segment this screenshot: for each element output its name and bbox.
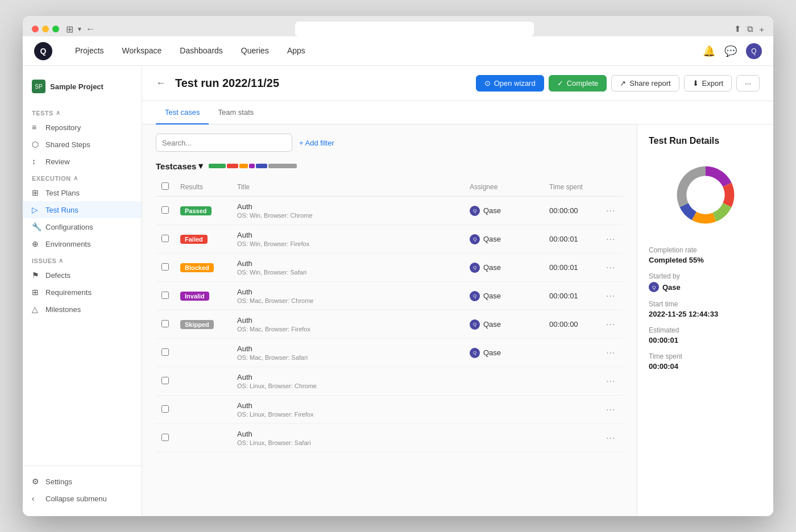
row-checkbox[interactable]	[161, 263, 169, 271]
assignee-name: Qase	[483, 206, 501, 215]
test-subtitle: OS: Linux, Browser: Firefox	[237, 411, 458, 418]
chevron-up-icon: ∧	[56, 109, 61, 117]
row-checkbox[interactable]	[161, 348, 169, 356]
test-subtitle: OS: Linux, Browser: Chrome	[237, 383, 458, 389]
row-more-button[interactable]: ···	[606, 405, 615, 414]
sidebar-item-requirements[interactable]: ⊞ Requirements	[23, 284, 142, 301]
row-more-button[interactable]: ···	[606, 376, 615, 386]
sidebar-item-defects[interactable]: ⚑ Defects	[23, 267, 142, 284]
chevron-down-icon[interactable]: ▾	[78, 25, 81, 33]
nav-item-queries[interactable]: Queries	[232, 36, 278, 66]
row-checkbox[interactable]	[161, 434, 169, 441]
sidebar-item-test-runs[interactable]: ▷ Test Runs	[23, 201, 142, 218]
minimize-button[interactable]	[42, 26, 49, 32]
row-more-button[interactable]: ···	[606, 348, 615, 358]
testcases-title[interactable]: Testcases ▾	[156, 161, 203, 171]
table-row: AuthOS: Mac, Browser: SafariQQase···	[156, 339, 623, 367]
test-title: Auth	[237, 344, 458, 353]
row-checkbox[interactable]	[161, 206, 169, 214]
more-options-button[interactable]: ···	[736, 75, 760, 92]
row-more-button[interactable]: ···	[606, 206, 615, 215]
logo[interactable]: Q	[34, 42, 52, 60]
assignee-name: Qase	[483, 292, 501, 300]
col-time-spent: Time spent	[544, 178, 600, 197]
row-more-button[interactable]: ···	[606, 433, 615, 443]
close-button[interactable]	[32, 26, 39, 32]
time-spent: 00:00:00	[544, 197, 600, 225]
sidebar-item-environments[interactable]: ⊕ Environments	[23, 235, 142, 252]
sidebar-item-configurations[interactable]: 🔧 Configurations	[23, 218, 142, 235]
row-checkbox[interactable]	[161, 405, 169, 413]
back-icon[interactable]: ←	[86, 24, 95, 34]
row-more-button[interactable]: ···	[606, 263, 615, 272]
sidebar-item-shared-steps[interactable]: ⬡ Shared Steps	[23, 136, 142, 153]
time-spent	[544, 424, 600, 452]
sidebar-item-settings[interactable]: ⚙ Settings	[23, 473, 142, 490]
tab-team-stats[interactable]: Team stats	[209, 101, 263, 124]
select-all-checkbox[interactable]	[161, 182, 169, 190]
nav-item-apps[interactable]: Apps	[278, 36, 314, 66]
new-tab-icon[interactable]: +	[759, 24, 764, 34]
test-title: Auth	[237, 401, 458, 410]
collapse-icon: ‹	[32, 494, 41, 503]
sidebar-toggle-icon[interactable]: ⊞	[66, 24, 73, 35]
sidebar-item-review[interactable]: ↕ Review	[23, 153, 142, 170]
nav-item-dashboards[interactable]: Dashboards	[171, 36, 232, 66]
browser-actions: ⬆ ⧉ +	[734, 24, 764, 34]
assignee-avatar: Q	[470, 234, 480, 244]
test-title: Auth	[237, 259, 458, 268]
time-spent: 00:00:01	[544, 253, 600, 282]
sidebar-project[interactable]: SP Sample Project	[23, 75, 142, 98]
complete-button[interactable]: ✓ Complete	[549, 75, 607, 92]
export-button[interactable]: ⬇ Export	[684, 75, 732, 92]
donut-chart	[666, 155, 745, 235]
sidebar-section-issues: ISSUES ∧	[23, 252, 142, 267]
table-row: PassedAuthOS: Win, Browser: ChromeQQase0…	[156, 197, 623, 225]
milestones-icon: △	[32, 305, 41, 314]
sidebar-item-milestones[interactable]: △ Milestones	[23, 301, 142, 318]
nav-right: 🔔 💬 Q	[703, 43, 762, 59]
test-title: Auth	[237, 288, 458, 296]
assignee-avatar: Q	[470, 319, 480, 330]
back-button[interactable]: ←	[156, 77, 166, 89]
share-report-button[interactable]: ↗ Share report	[611, 75, 679, 92]
nav-item-projects[interactable]: Projects	[66, 36, 113, 66]
bell-icon[interactable]: 🔔	[703, 45, 715, 57]
requirements-icon: ⊞	[32, 288, 41, 297]
row-checkbox[interactable]	[161, 377, 169, 384]
copy-icon[interactable]: ⧉	[747, 24, 753, 34]
status-badge: Skipped	[180, 320, 214, 329]
row-checkbox[interactable]	[161, 235, 169, 242]
shared-steps-icon: ⬡	[32, 140, 41, 149]
completion-rate-row: Completion rate Completed 55%	[649, 246, 762, 264]
test-runs-icon: ▷	[32, 205, 41, 214]
defects-icon: ⚑	[32, 271, 41, 280]
time-spent	[544, 367, 600, 396]
assignee-avatar: Q	[470, 206, 480, 216]
sidebar-section-execution: EXECUTION ∧	[23, 170, 142, 184]
row-more-button[interactable]: ···	[606, 234, 615, 244]
row-checkbox[interactable]	[161, 320, 169, 327]
open-wizard-button[interactable]: ⊙ Open wizard	[476, 75, 544, 92]
nav-item-workspace[interactable]: Workspace	[113, 36, 171, 66]
add-filter-button[interactable]: + Add filter	[299, 139, 334, 147]
search-input[interactable]	[156, 134, 292, 152]
sidebar-item-test-plans[interactable]: ⊞ Test Plans	[23, 184, 142, 201]
row-more-button[interactable]: ···	[606, 291, 615, 301]
row-more-button[interactable]: ···	[606, 319, 615, 329]
tab-test-cases[interactable]: Test cases	[156, 101, 209, 124]
test-subtitle: OS: Mac, Browser: Firefox	[237, 326, 458, 332]
chat-icon[interactable]: 💬	[724, 45, 737, 57]
row-checkbox[interactable]	[161, 292, 169, 299]
status-badge: Failed	[180, 235, 208, 244]
user-avatar[interactable]: Q	[746, 43, 762, 59]
upload-icon[interactable]: ⬆	[734, 24, 741, 34]
assignee-name: Qase	[483, 263, 501, 272]
sidebar-item-repository[interactable]: ≡ Repository	[23, 119, 142, 136]
table-section: + Add filter Testcases ▾	[142, 124, 637, 516]
url-input[interactable]: app.qase.io/run/SP/dashboard/3	[295, 22, 534, 36]
sidebar-item-collapse[interactable]: ‹ Collapse submenu	[23, 490, 142, 507]
test-subtitle: OS: Win, Browser: Chrome	[237, 212, 458, 219]
maximize-button[interactable]	[52, 26, 59, 32]
page-tabs: Test cases Team stats	[142, 101, 773, 124]
